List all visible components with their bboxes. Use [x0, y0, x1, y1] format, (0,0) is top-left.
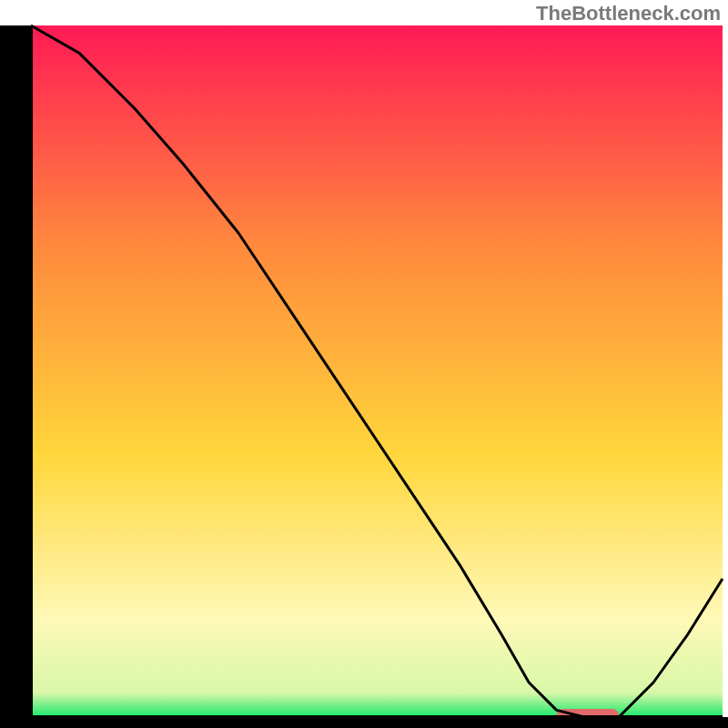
left-spine — [0, 25, 31, 728]
bottleneck-chart — [0, 0, 728, 728]
chart-container: { "watermark": "TheBottleneck.com", "col… — [0, 0, 728, 728]
watermark-text: TheBottleneck.com — [536, 2, 721, 25]
bottom-spine — [0, 717, 728, 728]
chart-background — [31, 25, 723, 717]
